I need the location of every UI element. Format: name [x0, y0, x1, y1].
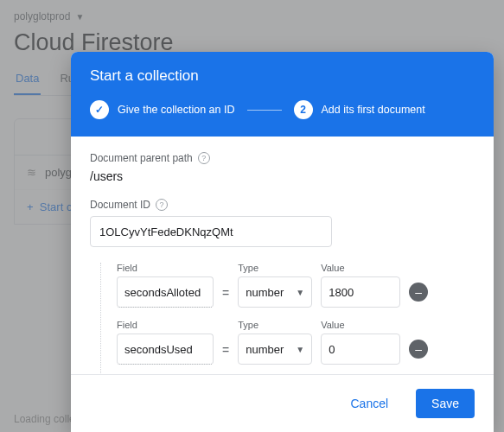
field-row: Field = Type number ▼ Value – [117, 320, 475, 365]
field-type-select[interactable]: number ▼ [238, 334, 312, 365]
help-icon[interactable]: ? [198, 152, 210, 164]
dialog-title: Start a collection [90, 67, 475, 85]
value-header: Value [321, 320, 400, 330]
step-1-label: Give the collection an ID [118, 104, 235, 116]
field-value-input[interactable] [321, 334, 400, 365]
field-header: Field [117, 263, 214, 273]
equals-icon: = [222, 286, 229, 308]
save-button[interactable]: Save [416, 389, 475, 418]
stepper: ✓ Give the collection an ID 2 Add its fi… [90, 100, 475, 119]
step-2: 2 Add its first document [294, 100, 425, 119]
field-value-input[interactable] [321, 276, 400, 308]
chevron-down-icon: ▼ [296, 288, 304, 297]
check-icon: ✓ [90, 100, 109, 119]
document-id-input[interactable] [90, 216, 332, 247]
remove-field-button[interactable]: – [409, 283, 428, 302]
remove-field-button[interactable]: – [409, 340, 428, 359]
type-header: Type [238, 263, 312, 273]
field-name-input[interactable] [117, 334, 214, 365]
type-header: Type [238, 320, 312, 330]
step-1: ✓ Give the collection an ID [90, 100, 235, 119]
document-id-label: Document ID [90, 199, 150, 211]
cancel-button[interactable]: Cancel [335, 389, 404, 418]
field-header: Field [117, 320, 214, 330]
field-type-select[interactable]: number ▼ [238, 276, 312, 308]
step-connector [247, 110, 282, 111]
start-collection-dialog: Start a collection ✓ Give the collection… [71, 52, 494, 432]
parent-path-value: /users [90, 169, 475, 183]
step-2-badge: 2 [294, 100, 313, 119]
field-name-input[interactable] [117, 276, 214, 308]
value-header: Value [321, 263, 400, 273]
parent-path-label: Document parent path [90, 152, 193, 164]
step-2-label: Add its first document [322, 104, 425, 116]
equals-icon: = [222, 343, 229, 365]
help-icon[interactable]: ? [156, 199, 168, 211]
field-row: Field = Type number ▼ Value – [117, 263, 475, 308]
chevron-down-icon: ▼ [296, 345, 304, 354]
